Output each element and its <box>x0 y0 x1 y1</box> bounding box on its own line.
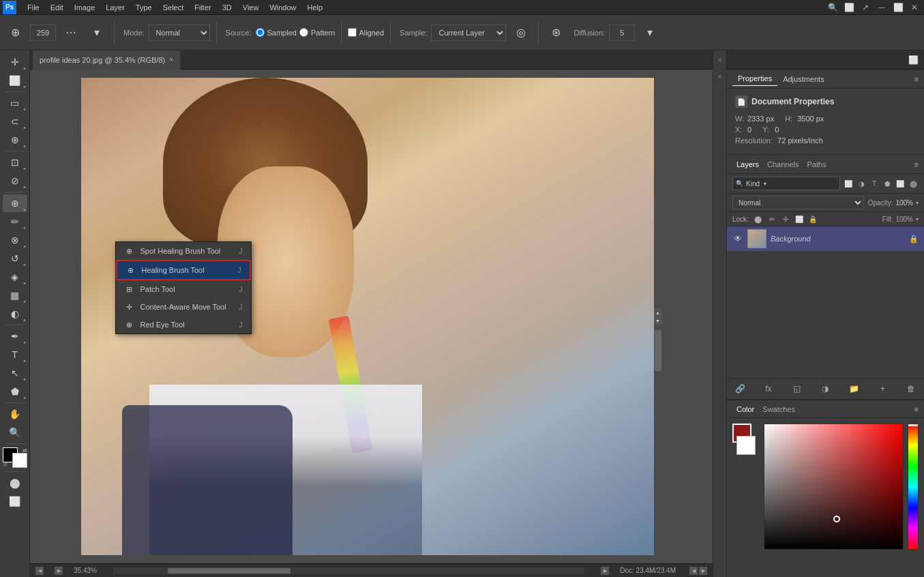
lock-position-icon[interactable]: ✛ <box>780 213 791 224</box>
menu-select[interactable]: Select <box>158 2 190 13</box>
mode-dropdown[interactable]: Normal <box>149 25 210 41</box>
horiz-scroll-right[interactable]: ▶ <box>55 567 63 575</box>
menu-edit[interactable]: Edit <box>45 2 69 13</box>
reset-colors-icon[interactable]: ↺ <box>3 462 8 468</box>
group-layers-button[interactable]: 📁 <box>846 381 861 396</box>
clone-stamp-tool[interactable]: ⊗▸ <box>3 231 27 249</box>
link-layers-button[interactable]: 🔗 <box>732 381 747 396</box>
diffusion-icon[interactable]: ⊛ <box>545 22 567 44</box>
workspace-button[interactable]: ⬜ <box>842 1 856 14</box>
zoom-tool[interactable]: 🔍 <box>3 424 27 441</box>
type-tool[interactable]: T▸ <box>3 346 27 364</box>
source-pattern-radio[interactable] <box>299 28 308 37</box>
shape-tool[interactable]: ⬟▸ <box>3 383 27 400</box>
dock-icon-2[interactable]: ≡ <box>713 70 727 83</box>
opacity-dropdown-arrow[interactable]: ▾ <box>916 200 919 206</box>
menu-3d[interactable]: 3D <box>217 2 237 13</box>
layer-visibility-icon[interactable]: 👁 <box>732 233 743 244</box>
menu-image[interactable]: Image <box>69 2 101 13</box>
context-spot-healing[interactable]: ⊕ Spot Healing Brush Tool J <box>116 242 251 260</box>
layers-mode-dropdown[interactable]: Normal <box>732 196 864 209</box>
close-button[interactable]: ✕ <box>908 1 921 14</box>
brush-picker-icon[interactable]: ▾ <box>86 22 108 44</box>
fill-dropdown-arrow[interactable]: ▾ <box>916 216 919 222</box>
horiz-scroll-right-2[interactable]: ▶ <box>601 567 609 575</box>
new-layer-button[interactable]: + <box>875 381 890 396</box>
layers-menu-icon[interactable]: ≡ <box>914 160 919 168</box>
tab-channels[interactable]: Channels <box>763 158 803 171</box>
screen-mode-icon[interactable]: ⬜ <box>3 492 27 510</box>
navigate-left[interactable]: ◀ <box>689 567 698 575</box>
dock-icon-1[interactable]: ≡ <box>713 53 727 67</box>
tab-color[interactable]: Color <box>732 403 758 415</box>
eraser-tool[interactable]: ◈▸ <box>3 268 27 286</box>
restore-button[interactable]: ⬜ <box>891 1 905 14</box>
menu-view[interactable]: View <box>237 2 265 13</box>
menu-filter[interactable]: Filter <box>189 2 216 13</box>
vertical-scrollbar[interactable]: ▲ ▼ <box>654 308 662 325</box>
quick-mask-icon[interactable]: ⬤ <box>3 474 27 492</box>
canvas-image[interactable]: ⊕ Spot Healing Brush Tool J ⊕ Healing Br… <box>81 78 654 555</box>
kind-dropdown-arrow[interactable]: ▾ <box>764 181 766 187</box>
quick-select-tool[interactable]: ⊕▸ <box>3 131 27 149</box>
move-tool[interactable]: ✛▸ <box>3 53 27 71</box>
layers-kind-selector[interactable]: 🔍 Kind ▾ <box>732 177 840 190</box>
swap-colors-icon[interactable]: ⇄ <box>23 447 27 454</box>
brush-settings-icon[interactable]: ⋯ <box>60 22 82 44</box>
properties-menu-icon[interactable]: ≡ <box>914 75 919 83</box>
menu-type[interactable]: Type <box>130 2 158 13</box>
panel-layout-button[interactable]: ⬜ <box>906 53 920 67</box>
horiz-scroll-left[interactable]: ◀ <box>35 567 44 575</box>
hand-tool[interactable]: ✋ <box>3 405 27 423</box>
hue-slider[interactable] <box>908 424 919 550</box>
layer-background[interactable]: 👁 Background 🔒 <box>727 226 924 251</box>
tab-adjustments[interactable]: Adjustments <box>777 72 830 86</box>
add-mask-button[interactable]: ◱ <box>790 381 805 396</box>
healing-brush-tool-icon[interactable]: ⊕ <box>4 22 26 44</box>
dodge-tool[interactable]: ◐▸ <box>3 305 27 323</box>
scroll-up-button[interactable]: ▲ <box>654 308 662 316</box>
menu-file[interactable]: File <box>22 2 45 13</box>
smart-object-icon[interactable]: ⬜ <box>895 178 906 189</box>
rectangular-marquee-tool[interactable]: ▭▸ <box>3 94 27 112</box>
healing-brush-tool[interactable]: ⊕▸ <box>3 194 27 212</box>
adjustment-layer-icon[interactable]: ◑ <box>856 178 867 189</box>
filter-on-icon[interactable]: ⬤ <box>908 178 919 189</box>
opacity-value[interactable]: 100% <box>895 199 913 207</box>
lock-all-icon[interactable]: 🔒 <box>807 213 818 224</box>
pixel-layer-icon[interactable]: ⬜ <box>843 178 854 189</box>
share-button[interactable]: ↗ <box>859 1 872 14</box>
layer-name[interactable]: Background <box>771 235 905 243</box>
artboard-tool[interactable]: ⬜▸ <box>3 72 27 89</box>
aligned-checkbox[interactable] <box>348 28 357 37</box>
type-layer-icon[interactable]: T <box>869 178 880 189</box>
document-tab[interactable]: profile ideas 20.jpg @ 35.4% (RGB/8) × <box>33 50 181 70</box>
layer-effects-button[interactable]: fx <box>761 381 776 396</box>
source-sampled-radio[interactable] <box>256 28 265 37</box>
minimize-button[interactable]: ─ <box>875 1 889 14</box>
pen-tool[interactable]: ✒▸ <box>3 327 27 345</box>
tab-swatches[interactable]: Swatches <box>758 403 799 415</box>
diffusion-value[interactable]: 5 <box>609 25 635 41</box>
fill-value[interactable]: 100% <box>895 216 913 223</box>
crop-tool[interactable]: ⊡▸ <box>3 153 27 171</box>
lock-pixels-icon[interactable]: ⬤ <box>753 213 764 224</box>
horiz-scrollbar-thumb[interactable] <box>168 568 290 574</box>
background-swatch[interactable] <box>736 436 756 455</box>
eyedropper-tool[interactable]: ⊘▸ <box>3 172 27 190</box>
tab-properties[interactable]: Properties <box>732 72 777 86</box>
gradient-tool[interactable]: ▦▸ <box>3 286 27 304</box>
background-color[interactable] <box>12 453 27 468</box>
lasso-tool[interactable]: ⊂▸ <box>3 113 27 130</box>
delete-layer-button[interactable]: 🗑 <box>904 381 919 396</box>
lock-artboard-icon[interactable]: ⬜ <box>794 213 805 224</box>
context-healing-brush[interactable]: ⊕ Healing Brush Tool J <box>116 260 251 280</box>
shape-layer-icon[interactable]: ⬟ <box>882 178 893 189</box>
sample-dropdown[interactable]: Current Layer <box>431 25 506 41</box>
path-selection-tool[interactable]: ↖▸ <box>3 364 27 382</box>
tab-paths[interactable]: Paths <box>803 158 831 171</box>
history-brush-tool[interactable]: ↺▸ <box>3 250 27 267</box>
search-button[interactable]: 🔍 <box>826 1 839 14</box>
context-content-aware[interactable]: ✛ Content-Aware Move Tool J <box>116 298 251 316</box>
context-patch-tool[interactable]: ⊞ Patch Tool J <box>116 280 251 298</box>
